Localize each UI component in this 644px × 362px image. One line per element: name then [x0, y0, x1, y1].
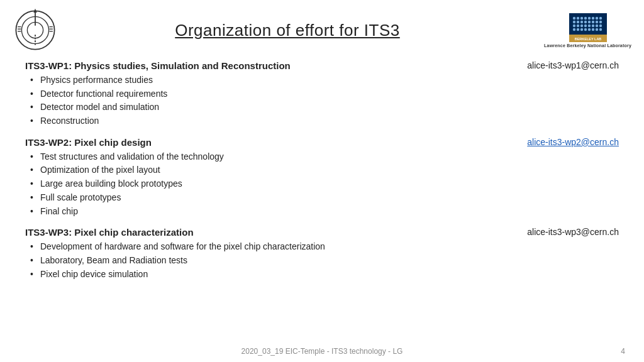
- svg-point-42: [591, 28, 594, 30]
- svg-point-33: [587, 24, 590, 26]
- svg-point-40: [584, 28, 586, 30]
- wp3-section: ITS3-WP3: Pixel chip characterization De…: [25, 227, 619, 281]
- list-item: Physics performance studies: [30, 74, 480, 87]
- svg-point-28: [599, 20, 601, 23]
- list-item: Optimization of the pixel layout: [30, 163, 480, 177]
- svg-point-27: [595, 20, 597, 23]
- wp2-row: ITS3-WP2: Pixel chip design Test structu…: [25, 137, 619, 218]
- list-item: Detector model and simulation: [30, 101, 480, 114]
- svg-point-18: [591, 16, 594, 19]
- wp1-section: ITS3-WP1: Physics studies, Simulation an…: [25, 60, 619, 128]
- list-item: Large area building block prototypes: [30, 177, 480, 191]
- wp1-row: ITS3-WP1: Physics studies, Simulation an…: [25, 60, 619, 128]
- svg-point-43: [595, 28, 597, 30]
- berkeley-badge-icon: BERKELEY LAB: [569, 13, 607, 42]
- svg-point-13: [572, 16, 575, 19]
- list-item: Laboratory, Beam and Radiation tests: [30, 254, 480, 268]
- list-item: Development of hardware and software for…: [30, 240, 480, 254]
- svg-point-19: [595, 16, 597, 19]
- list-item: Final chip: [30, 205, 480, 219]
- title-area: Organization of effort for ITS3: [69, 21, 506, 40]
- list-item: Detector functional requirements: [30, 87, 480, 101]
- svg-point-26: [591, 20, 594, 23]
- wp3-row: ITS3-WP3: Pixel chip characterization De…: [25, 227, 619, 281]
- svg-point-35: [595, 24, 597, 26]
- wp2-bullets: Test structures and validation of the te…: [25, 150, 480, 218]
- logo-area: [13, 8, 69, 53]
- svg-point-21: [572, 20, 575, 23]
- svg-point-20: [599, 16, 601, 19]
- svg-point-15: [580, 16, 582, 19]
- svg-point-24: [584, 20, 586, 23]
- svg-point-30: [576, 24, 579, 26]
- wp3-left: ITS3-WP3: Pixel chip characterization De…: [25, 227, 480, 281]
- svg-point-14: [576, 16, 579, 19]
- page-title: Organization of effort for ITS3: [175, 21, 400, 40]
- wp1-bullets: Physics performance studies Detector fun…: [25, 74, 480, 128]
- wp1-email: alice-its3-wp1@cern.ch: [480, 60, 619, 70]
- svg-point-36: [599, 24, 601, 26]
- berkeley-label: Lawrence Berkeley National Laboratory: [544, 43, 631, 48]
- list-item: Reconstruction: [30, 114, 480, 128]
- page-number: 4: [621, 347, 625, 356]
- wp3-email: alice-its3-wp3@cern.ch: [480, 227, 619, 237]
- svg-point-44: [599, 28, 601, 30]
- wp2-email-link[interactable]: alice-its3-wp2@cern.ch: [527, 137, 619, 147]
- wp3-bullets: Development of hardware and software for…: [25, 240, 480, 281]
- list-item: Pixel chip device simulation: [30, 268, 480, 282]
- main-content: ITS3-WP1: Physics studies, Simulation an…: [0, 58, 644, 281]
- svg-point-17: [587, 16, 590, 19]
- alice-logo-icon: [13, 8, 58, 53]
- header: Organization of effort for ITS3: [0, 0, 644, 58]
- svg-point-29: [572, 24, 575, 26]
- list-item: Full scale prototypes: [30, 191, 480, 205]
- wp2-title: ITS3-WP2: Pixel chip design: [25, 137, 480, 148]
- svg-point-31: [580, 24, 582, 26]
- wp2-email: alice-its3-wp2@cern.ch: [480, 137, 619, 147]
- svg-point-37: [572, 28, 575, 30]
- wp1-left: ITS3-WP1: Physics studies, Simulation an…: [25, 60, 480, 128]
- svg-point-32: [584, 24, 586, 26]
- svg-point-34: [591, 24, 594, 26]
- wp1-title: ITS3-WP1: Physics studies, Simulation an…: [25, 60, 480, 71]
- berkeley-logo: BERKELEY LAB Lawrence Berkeley National …: [544, 13, 631, 48]
- footer-text: 2020_03_19 EIC-Temple - ITS3 technology …: [242, 347, 403, 356]
- wp3-title: ITS3-WP3: Pixel chip characterization: [25, 227, 480, 238]
- svg-point-39: [580, 28, 582, 30]
- svg-point-25: [587, 20, 590, 23]
- svg-text:BERKELEY LAB: BERKELEY LAB: [574, 37, 601, 41]
- svg-point-23: [580, 20, 582, 23]
- berkeley-area: BERKELEY LAB Lawrence Berkeley National …: [506, 13, 631, 48]
- svg-point-38: [576, 28, 579, 30]
- list-item: Test structures and validation of the te…: [30, 150, 480, 164]
- wp2-left: ITS3-WP2: Pixel chip design Test structu…: [25, 137, 480, 218]
- svg-point-22: [576, 20, 579, 23]
- wp2-section: ITS3-WP2: Pixel chip design Test structu…: [25, 137, 619, 218]
- footer: 2020_03_19 EIC-Temple - ITS3 technology …: [0, 347, 644, 356]
- svg-point-41: [587, 28, 590, 30]
- svg-point-16: [584, 16, 586, 19]
